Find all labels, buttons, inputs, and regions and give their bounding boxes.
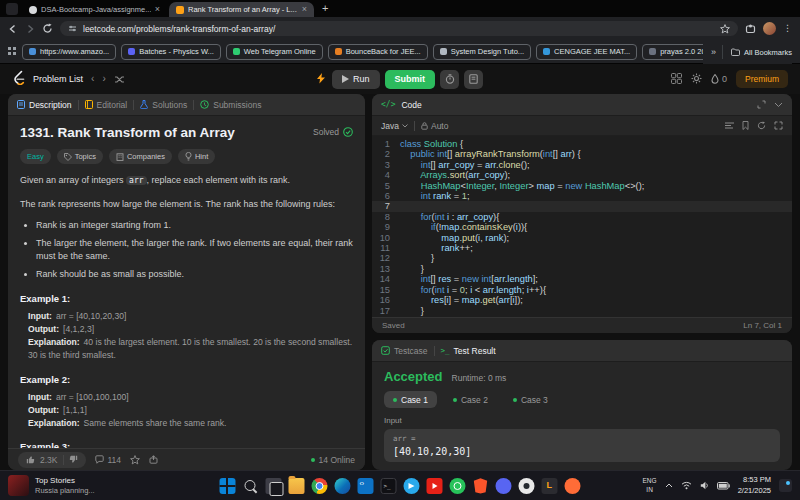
address-bar[interactable]: leetcode.com/problems/rank-transform-of-…	[60, 21, 738, 36]
folder-icon[interactable]	[289, 478, 305, 494]
tab-testcase[interactable]: Testcase	[381, 346, 428, 356]
case-1-tab[interactable]: Case 1	[384, 391, 437, 408]
comments-button[interactable]: 114	[95, 455, 122, 465]
difficulty-badge[interactable]: Easy	[20, 149, 51, 164]
taskview-icon[interactable]	[266, 478, 282, 494]
bookmark-icon[interactable]	[742, 121, 749, 130]
battery-icon[interactable]	[717, 482, 730, 490]
bookmark-item[interactable]: https://www.amazo...	[22, 44, 116, 60]
star-icon[interactable]	[130, 455, 140, 465]
case-3-tab[interactable]: Case 3	[504, 391, 557, 408]
all-bookmarks-button[interactable]: All Bookmarks	[722, 45, 792, 59]
notes-button[interactable]	[464, 70, 483, 89]
tab-submissions[interactable]: Submissions	[200, 100, 261, 110]
bookmark-item[interactable]: System Design Tuto...	[433, 44, 531, 60]
desktop-screen: DSA-Bootcamp-Java/assignme... × Rank Tra…	[0, 0, 800, 500]
auto-toggle[interactable]: Auto	[421, 121, 449, 131]
tab-editorial[interactable]: Editorial	[85, 100, 128, 110]
timer-button[interactable]	[440, 70, 459, 89]
time-label: 8:53 PM	[738, 475, 771, 485]
tab-solutions[interactable]: Solutions	[140, 100, 187, 110]
code-line: 8 for(int i : arr_copy){	[372, 212, 792, 222]
shuffle-icon[interactable]	[114, 70, 125, 88]
code-line: 5 HashMap<Integer, Integer> map = new Ha…	[372, 181, 792, 191]
next-problem-icon[interactable]: ›	[102, 74, 105, 84]
submit-button[interactable]: Submit	[385, 70, 436, 89]
chrome-icon[interactable]	[312, 478, 328, 494]
new-tab-button[interactable]: +	[322, 2, 328, 15]
prev-problem-icon[interactable]: ‹	[91, 74, 94, 84]
bookmark-item[interactable]: Batches - Physics W...	[121, 44, 221, 60]
browser-tab-leetcode[interactable]: Rank Transform of an Array - L... ×	[169, 2, 314, 17]
whatsapp-icon[interactable]	[450, 478, 466, 494]
lightning-icon[interactable]	[317, 70, 325, 88]
youtube-icon[interactable]	[427, 478, 443, 494]
start-icon[interactable]	[220, 478, 236, 494]
bookmark-item[interactable]: Web Telegram Online	[226, 44, 323, 60]
code-panel-label: Code	[401, 100, 421, 110]
reset-icon[interactable]	[757, 121, 766, 130]
fullscreen-icon[interactable]	[774, 121, 783, 130]
terminal-icon[interactable]	[381, 478, 397, 494]
brave-icon[interactable]	[473, 478, 489, 494]
tab-search-icon[interactable]	[6, 3, 18, 15]
problem-list-button[interactable]: Problem List	[33, 74, 83, 84]
panel-expand-icon[interactable]	[757, 100, 766, 109]
hint-button[interactable]: Hint	[178, 149, 215, 164]
difficulty-label: Easy	[27, 152, 44, 161]
browser-menu-icon[interactable]: ⋮	[783, 24, 792, 33]
streak-counter[interactable]: 0	[711, 74, 727, 84]
leetcode-logo-icon[interactable]	[12, 70, 25, 89]
github-icon[interactable]	[519, 478, 535, 494]
cursor-position: Ln 7, Col 1	[743, 321, 782, 330]
testcase-input-box[interactable]: arr = [40,10,20,30]	[384, 429, 780, 462]
extensions-icon[interactable]	[745, 23, 756, 34]
tab-description[interactable]: Description	[17, 100, 72, 110]
bookmark-item[interactable]: BounceBack for JEE...	[328, 44, 428, 60]
back-icon[interactable]	[8, 24, 18, 34]
refresh-icon[interactable]	[42, 23, 53, 34]
news-widget[interactable]: Top Stories Russia planning...	[8, 475, 168, 496]
format-icon[interactable]	[725, 122, 734, 129]
telegram-icon[interactable]	[404, 478, 420, 494]
panel-collapse-icon[interactable]	[774, 102, 783, 108]
tab-close-icon[interactable]: ×	[155, 5, 160, 14]
problem-description[interactable]: 1331. Rank Transform of an Array Solved …	[8, 116, 365, 448]
postman-icon[interactable]	[565, 478, 581, 494]
bookmark-star-icon[interactable]	[720, 24, 730, 34]
forward-icon[interactable]	[25, 24, 35, 34]
case-2-tab[interactable]: Case 2	[444, 391, 497, 408]
vscode-icon[interactable]	[358, 478, 374, 494]
language-selector[interactable]: Java	[381, 121, 408, 131]
language-indicator[interactable]: ENG IN	[643, 477, 657, 494]
topics-button[interactable]: Topics	[57, 149, 103, 164]
browser-tab-github[interactable]: DSA-Bootcamp-Java/assignme... ×	[22, 2, 167, 17]
bookmark-item[interactable]: CENGAGE JEE MAT...	[536, 44, 637, 60]
run-button[interactable]: Run	[332, 70, 380, 89]
example-3-heading: Example 3:	[20, 441, 353, 448]
search-icon[interactable]	[243, 478, 259, 494]
companies-button[interactable]: Companies	[109, 149, 172, 164]
run-label: Run	[353, 74, 370, 84]
leetcode-icon[interactable]	[542, 478, 558, 494]
apps-grid-icon[interactable]	[8, 47, 17, 56]
clock[interactable]: 8:53 PM 2/21/2025	[738, 475, 771, 495]
share-icon[interactable]	[149, 455, 158, 464]
discord-icon[interactable]	[496, 478, 512, 494]
tab-test-result[interactable]: >_ Test Result	[441, 346, 496, 356]
premium-button[interactable]: Premium	[736, 70, 788, 88]
profile-avatar[interactable]	[763, 22, 776, 35]
notification-icon[interactable]	[779, 479, 792, 492]
volume-icon[interactable]	[700, 481, 709, 490]
language-bottom: IN	[643, 486, 657, 494]
tray-chevron-icon[interactable]	[665, 483, 673, 488]
wifi-icon[interactable]	[681, 481, 692, 490]
bookmarks-overflow-icon[interactable]: »	[711, 47, 716, 57]
edge-icon[interactable]	[335, 478, 351, 494]
layout-grid-icon[interactable]	[671, 70, 682, 88]
code-editor[interactable]: 1class Solution {2 public int[] arrayRan…	[372, 136, 792, 317]
settings-gear-icon[interactable]	[691, 70, 702, 88]
tab-close-icon[interactable]: ×	[302, 5, 307, 14]
site-settings-icon[interactable]	[68, 24, 77, 33]
vote-control[interactable]: 2.3K	[18, 452, 86, 468]
